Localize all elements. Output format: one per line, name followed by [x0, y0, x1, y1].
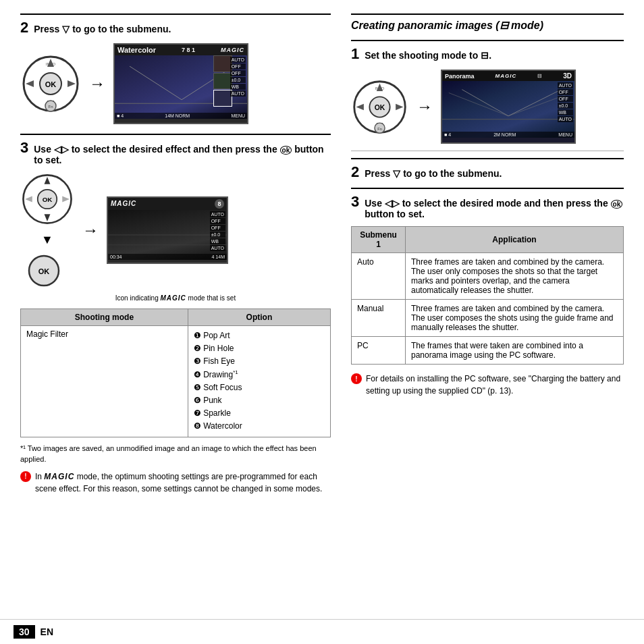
right-note-text: For details on installing the PC softwar…: [366, 373, 624, 397]
right-note-icon: !: [351, 373, 362, 384]
svg-marker-6: [68, 80, 76, 87]
screen-header-1: Watercolor 7 8 1 MAGIC: [115, 45, 247, 55]
screen-right-icons-1: AUTO OFF OFF ±0.0 WB AUTO: [230, 57, 246, 97]
option-cell: ❶ Pop Art ❷ Pin Hole ❸ Fish Eye ❹ Drawin…: [188, 326, 330, 437]
p-icon-off2: OFF: [558, 96, 573, 102]
app-col1: Submenu 1: [352, 227, 406, 253]
row-manual-desc: Three frames are taken and combined by t…: [406, 300, 624, 337]
icon-wbauto2: AUTO: [210, 245, 225, 251]
icon-off1: OFF: [230, 63, 246, 70]
opt-2: ❷ Pin Hole: [194, 344, 234, 353]
screen-thumb-nums: 7 8 1: [182, 47, 195, 53]
screen-bottom-2: 00:34 4 14M: [108, 254, 227, 260]
opt-3: ❸ Fish Eye: [194, 356, 235, 366]
svg-line-37: [449, 93, 508, 116]
bottom-time: 00:34: [110, 254, 122, 259]
mode-label: Magic Filter: [21, 326, 188, 437]
divider-1: [351, 151, 624, 151]
pano-title: Panorama: [445, 73, 475, 80]
pano-screen-header: Panorama MAGIC ⊟ 3D: [442, 71, 574, 81]
opt-7: ❼ Sparkle: [194, 408, 231, 418]
table-row-magic: Magic Filter ❶ Pop Art ❷ Pin Hole ❸ Fish…: [21, 326, 331, 437]
svg-text:OK: OK: [38, 267, 50, 275]
step2-diagram: OK INFO Fn → Watercolor 7: [20, 43, 331, 124]
right-step1-text: Set the shooting mode to ⊟.: [365, 50, 491, 61]
screen-header-2: MAGIC 8: [108, 198, 227, 210]
svg-marker-5: [26, 80, 34, 87]
row-auto-label: Auto: [352, 253, 406, 300]
row-auto-desc: Three frames are taken and combined by t…: [406, 253, 624, 300]
col-shooting-mode: Shooting mode: [21, 309, 188, 326]
svg-text:OK: OK: [43, 196, 53, 203]
application-table: Submenu 1 Application Auto Three frames …: [351, 226, 624, 365]
svg-text:OK: OK: [45, 80, 57, 88]
svg-marker-17: [45, 214, 51, 221]
right-section-title: Creating panoramic images (⊟ mode): [351, 14, 624, 32]
right-step1-header: 1 Set the shooting mode to ⊟.: [351, 40, 624, 63]
icon-ev: ±0.0: [230, 77, 246, 83]
icon-auto2: AUTO: [210, 211, 225, 217]
magic-logo-2: MAGIC: [111, 200, 136, 207]
right-step1-number: 1: [351, 45, 359, 63]
note-icon-1: !: [20, 471, 31, 482]
svg-marker-18: [25, 196, 32, 203]
step3-number: 3: [20, 139, 28, 157]
pano-arrow: →: [417, 97, 433, 116]
camera-control-3: OK: [20, 254, 68, 288]
right-note-block: ! For details on installing the PC softw…: [351, 373, 624, 397]
icon-auto: AUTO: [230, 57, 246, 63]
camera-control-2: OK: [20, 172, 74, 226]
icon-wbauto: AUTO: [230, 90, 246, 97]
pano-menu: MENU: [558, 132, 572, 137]
pano-magic: MAGIC: [495, 73, 517, 79]
pano-bottom: ■ 4 2M NORM MENU: [442, 132, 574, 138]
right-step2-number: 2: [351, 163, 359, 181]
bottom-count: ■ 4: [117, 113, 124, 118]
row-pc-label: PC: [352, 337, 406, 365]
right-step3-header: 3 Use ◁▷ to select the desired mode and …: [351, 188, 624, 219]
step2-header: 2 Press ▽ to go to the submenu.: [20, 14, 331, 36]
icon-wb: WB: [230, 84, 246, 90]
icon-off2: OFF: [230, 70, 246, 76]
pano-screen: Panorama MAGIC ⊟ 3D AUTO: [441, 70, 576, 144]
step2-number: 2: [20, 19, 28, 36]
opt-4: ❹ Drawing*1: [194, 370, 238, 379]
svg-line-36: [508, 90, 561, 116]
page-number: 30: [14, 625, 35, 639]
pano-res: 2M NORM: [493, 132, 516, 137]
pano-icon: ⊟: [537, 73, 542, 79]
screen-bottom-1: ■ 4 14M NORM MENU: [115, 113, 247, 119]
step2-text: Press ▽ to go to the submenu.: [34, 24, 171, 34]
screen-label-watercolor: Watercolor: [117, 46, 156, 54]
pano-right-icons: AUTO OFF OFF ±0.0 WB AUTO: [558, 82, 573, 122]
opt-8: ❽ Watercolor: [194, 421, 242, 431]
p-icon-off1: OFF: [558, 89, 573, 95]
svg-line-35: [462, 90, 508, 116]
magic-logo-1: MAGIC: [221, 47, 244, 53]
magic-mode-label: MAGIC: [161, 294, 186, 302]
bottom-res: 14M NORM: [165, 113, 190, 118]
svg-line-11: [130, 66, 182, 100]
arrow-1: →: [89, 74, 105, 93]
svg-text:OK: OK: [375, 104, 385, 111]
arrow-2: →: [82, 221, 99, 240]
app-col2: Application: [406, 227, 624, 253]
right-step3-text: Use ◁▷ to select the desired mode and th…: [365, 198, 624, 219]
screen-body-1: AUTO OFF OFF ±0.0 WB AUTO ■ 4 14M NORM M…: [115, 55, 247, 119]
screen-right-icons-2: AUTO OFF OFF ±0.0 WB AUTO: [210, 211, 225, 251]
pano-body: AUTO OFF OFF ±0.0 WB AUTO ■ 4 2M NORM ME…: [442, 81, 574, 138]
table-row-manual: Manual Three frames are taken and combin…: [352, 300, 624, 337]
svg-marker-30: [396, 103, 403, 109]
screen-mock-1: Watercolor 7 8 1 MAGIC: [113, 43, 248, 124]
title-text: Creating panoramic images (⊟ mode): [351, 20, 543, 31]
icon-caption: Icon indicating MAGIC mode that is set: [20, 294, 331, 302]
opt-6: ❻ Punk: [194, 396, 222, 405]
step3-text: Use ◁▷ to select the desired effect and …: [34, 144, 331, 165]
screen-mock-2: MAGIC 8 AUTO OFF OFF ±0.0 WB A: [107, 196, 228, 264]
shooting-mode-table: Shooting mode Option Magic Filter ❶ Pop …: [20, 308, 331, 437]
screen-body-2: AUTO OFF OFF ±0.0 WB AUTO 00:34 4 14M: [108, 210, 227, 260]
pano-diagram: OK INFO Fn → Panorama MAGIC ⊟ 3D: [351, 70, 624, 144]
icon-ev2: ±0.0: [210, 232, 225, 238]
icon-off3: OFF: [210, 218, 225, 224]
opt-1: ❶ Pop Art: [194, 331, 230, 340]
